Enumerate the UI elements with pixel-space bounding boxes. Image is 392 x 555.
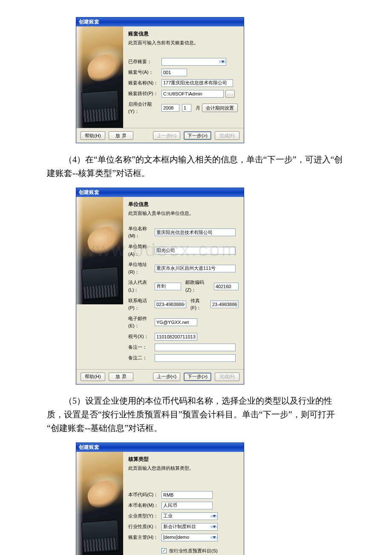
label-unit-name: 单位名称(M)： (128, 225, 155, 240)
help-button[interactable]: 帮助(H) (81, 373, 105, 381)
wizard-side-image (76, 26, 123, 128)
label-account-no: 账套号(A)： (128, 69, 161, 76)
wizard-side-image (76, 197, 123, 304)
section-title: 核算类型 (128, 455, 239, 463)
label-currency-code: 本币代码(C)： (128, 491, 161, 499)
dialog-body: 核算类型 此页面输入您选择的核算类型。 本币代码(C)： 本币名称(M)： 企业… (76, 452, 244, 555)
label-unit-addr: 单位地址(R)： (128, 261, 155, 276)
prev-button[interactable]: 上一步(<) (153, 373, 181, 381)
input-currency-code[interactable] (161, 491, 213, 499)
label-note2: 备注二： (128, 354, 155, 362)
label-legal-rep: 法人代表(L)： (128, 279, 155, 294)
input-account-name[interactable] (161, 79, 233, 87)
label-zip: 邮政编码(Z)： (185, 279, 212, 294)
input-account-no[interactable] (161, 69, 187, 76)
label-tel: 联系电话(P)： (128, 297, 155, 312)
input-note1[interactable] (155, 344, 236, 351)
window-title: 创建账套 (79, 188, 99, 197)
window-title: 创建账套 (79, 443, 99, 451)
finish-button[interactable]: 完成(F) (215, 131, 239, 140)
finish-button[interactable]: 完成(F) (215, 373, 239, 381)
chevron-down-icon[interactable] (211, 526, 217, 528)
next-button[interactable]: 下一步(>) (184, 131, 211, 140)
label-currency-name: 本币名称(M)： (128, 502, 161, 509)
input-unit-short[interactable] (155, 247, 236, 254)
section-subtitle: 此页面可输入当前有关账套信息。 (128, 39, 239, 47)
checkbox-preset-by-industry[interactable]: ✓ 按行业性质预置科目(S) (161, 547, 218, 555)
input-fax[interactable] (210, 301, 239, 308)
input-taxno[interactable] (155, 333, 197, 341)
dialog-button-bar: 帮助(H) 放 弃 上一步(<) 下一步(>) 完成(F) (76, 128, 244, 143)
label-fax: 传真(F)： (190, 297, 209, 312)
input-account-path[interactable] (161, 90, 224, 98)
combo-industry[interactable]: 新会计制度科目 (161, 523, 218, 531)
label-account-path: 账套路径(P)： (128, 90, 161, 98)
period-settings-button[interactable]: 会计期间设置 (202, 104, 238, 112)
dialog-accounting-type: 创建账套 核算类型 此页面输入您选择的核算类型。 本币代码(C)： 本币名称(M… (76, 442, 244, 555)
label-enterprise-type: 企业类型(Y)： (128, 512, 161, 520)
input-month[interactable] (182, 104, 191, 112)
dialog-button-bar: 帮助(H) 放 弃 上一步(<) 下一步(>) 完成(F) (76, 369, 244, 384)
label-start-period: 启用会计期(Y)： (128, 101, 161, 116)
section-subtitle: 此页面输入您选择的核算类型。 (128, 465, 239, 472)
label-existing-account: 已存账套： (128, 58, 161, 66)
abort-button[interactable]: 放 弃 (109, 373, 133, 381)
paragraph-step4: （4）在“单位名称”的文本框内输入相关的信息，单击“下一步”，可进入“创建账套-… (47, 153, 345, 180)
checkbox-label: 按行业性质预置科目(S) (169, 547, 218, 555)
dialog-body: 账套信息 此页面可输入当前有关账套信息。 已存账套： 账套号(A)： 账套名称(… (76, 26, 244, 128)
input-unit-addr[interactable] (155, 265, 236, 272)
right-pane: 核算类型 此页面输入您选择的核算类型。 本币代码(C)： 本币名称(M)： 企业… (123, 452, 244, 555)
section-subtitle: 此页面输入贵单位的单位信息。 (128, 210, 239, 217)
input-legal-rep[interactable] (155, 283, 181, 290)
section-title: 单位信息 (128, 200, 239, 208)
chevron-down-icon[interactable] (219, 61, 226, 63)
window-title: 创建账套 (79, 18, 99, 26)
right-pane: 单位信息 此页面输入贵单位的单位信息。 单位名称(M)： 单位简称(A)： 单位… (123, 197, 244, 369)
combo-supervisor[interactable]: [demo]demo (161, 534, 218, 541)
chevron-down-icon[interactable] (211, 515, 217, 517)
label-email: 电子邮件(E)： (128, 315, 155, 330)
label-industry: 行业性质(K)： (128, 523, 161, 531)
chevron-down-icon[interactable] (211, 536, 217, 539)
dialog-unit-info: 创建账套 单位信息 此页面输入贵单位的单位信息。 单位名称(M)： 单位简称(A… (76, 188, 244, 384)
title-bar[interactable]: 创建账套 (76, 17, 244, 26)
wizard-side-image (76, 452, 123, 555)
label-note1: 备注一： (128, 344, 155, 351)
label-taxno: 税号(X)： (128, 333, 155, 341)
prev-button[interactable]: 上一步(<) (153, 131, 181, 140)
combo-existing-account[interactable] (161, 58, 226, 66)
dialog-account-info: 创建账套 账套信息 此页面可输入当前有关账套信息。 已存账套： 账套号(A)： (76, 17, 244, 143)
combo-enterprise-type[interactable]: 工业 (161, 512, 218, 520)
input-tel[interactable] (155, 301, 186, 308)
combo-text: 工业 (162, 512, 211, 520)
input-year[interactable] (161, 104, 179, 112)
next-button[interactable]: 下一步(>) (184, 373, 211, 381)
section-title: 账套信息 (128, 30, 239, 38)
label-supervisor: 账套主管(H)： (128, 534, 161, 541)
paragraph-step5: （5）设置企业使用的本位币代码和名称，选择企业的类型以及行业的性质，设置是否“按… (47, 394, 345, 435)
right-pane: 账套信息 此页面可输入当前有关账套信息。 已存账套： 账套号(A)： 账套名称(… (123, 26, 244, 128)
combo-text: 新会计制度科目 (162, 523, 211, 531)
title-bar[interactable]: 创建账套 (76, 188, 244, 197)
dialog-body: 单位信息 此页面输入贵单位的单位信息。 单位名称(M)： 单位简称(A)： 单位… (76, 197, 244, 369)
input-email[interactable] (155, 318, 197, 326)
label-account-name: 账套名称(N)： (128, 79, 161, 87)
combo-text: [demo]demo (162, 534, 211, 541)
browse-button[interactable]: . . . (225, 90, 235, 98)
label-unit-short: 单位简称(A)： (128, 243, 155, 258)
input-zip[interactable] (214, 283, 239, 290)
title-bar[interactable]: 创建账套 (76, 443, 244, 452)
input-currency-name[interactable] (161, 502, 213, 509)
input-unit-name[interactable] (155, 228, 236, 236)
label-month-suffix: 月 (196, 104, 200, 112)
check-icon: ✓ (161, 548, 167, 553)
help-button[interactable]: 帮助(H) (81, 131, 105, 140)
abort-button[interactable]: 放 弃 (109, 131, 133, 140)
input-note2[interactable] (155, 354, 236, 362)
